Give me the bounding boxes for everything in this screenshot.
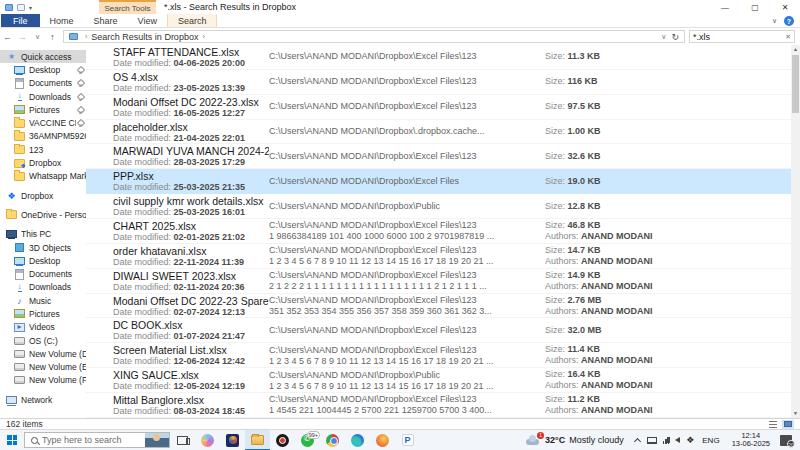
- file-row[interactable]: OS 4.xlsx Date modified: 23-05-2025 13:3…: [86, 70, 800, 95]
- details-view-button[interactable]: [767, 420, 779, 429]
- firefox-button[interactable]: [370, 430, 395, 450]
- file-row[interactable]: Modani Offset DC 2022-23.xlsx Date modif…: [86, 95, 800, 120]
- file-name: Screen Material List.xlsx: [113, 344, 269, 356]
- sidebar-item[interactable]: Whatsapp Marketin: [0, 170, 86, 183]
- help-icon[interactable]: ?: [784, 16, 794, 26]
- sidebar-item[interactable]: This PC: [0, 228, 86, 241]
- taskbar-search[interactable]: Type here to search: [24, 432, 170, 448]
- file-row[interactable]: MARWADI YUVA MANCH 2024-2025.xlsx Date m…: [86, 144, 800, 169]
- tray-expand-icon[interactable]: [634, 437, 641, 444]
- forward-icon[interactable]: →: [15, 32, 30, 42]
- battery-icon[interactable]: [647, 437, 657, 444]
- qat-customize-icon[interactable]: ▾: [29, 4, 32, 11]
- ribbon-tab[interactable]: Search: [167, 14, 218, 27]
- scrollbar-thumb[interactable]: [792, 55, 799, 113]
- sidebar-item[interactable]: Desktop: [0, 254, 86, 267]
- sidebar-item[interactable]: OS (C:): [0, 334, 86, 347]
- whatsapp-button[interactable]: 99+: [295, 430, 320, 450]
- back-icon[interactable]: ←: [0, 32, 15, 42]
- status-bar: 162 items: [0, 418, 800, 429]
- scroll-up-icon[interactable]: ▲: [791, 45, 800, 54]
- file-row[interactable]: DC BOOK.xlsx Date modified: 01-07-2024 2…: [86, 318, 800, 343]
- file-row[interactable]: placeholder.xlsx Date modified: 21-04-20…: [86, 120, 800, 145]
- file-name: Modani Offset DC 2022-23 Spare.xlsx: [113, 295, 269, 307]
- minimize-button[interactable]: —: [710, 0, 740, 14]
- weather-widget[interactable]: 1 32°C Mostly cloudy: [520, 435, 630, 445]
- search-input[interactable]: [693, 32, 785, 42]
- taskbar-clock[interactable]: 12:14 13-06-2025: [728, 432, 774, 449]
- start-button[interactable]: [0, 430, 24, 450]
- file-row[interactable]: order khatavani.xlsx Date modified: 22-1…: [86, 244, 800, 269]
- qat-properties-icon[interactable]: [17, 4, 25, 11]
- sidebar-item[interactable]: Desktop: [0, 63, 86, 76]
- file-row[interactable]: Modani Offset DC 2022-23 Spare.xlsx Date…: [86, 294, 800, 319]
- action-center-icon[interactable]: 20: [780, 435, 792, 446]
- sidebar-item[interactable]: 123: [0, 143, 86, 156]
- sidebar-item[interactable]: Quick access: [0, 50, 86, 63]
- sidebar-item[interactable]: New Volume (E:): [0, 361, 86, 374]
- ribbon-tab[interactable]: View: [128, 14, 167, 27]
- file-row[interactable]: civil supply kmr work details.xlsx Date …: [86, 194, 800, 219]
- sidebar-item[interactable]: Documents: [0, 77, 86, 90]
- sidebar-item-icon: [6, 210, 17, 220]
- file-row[interactable]: CHART 2025.xlsx Date modified: 02-01-202…: [86, 219, 800, 244]
- refresh-icon[interactable]: ↻: [671, 32, 679, 42]
- media-app-button[interactable]: [220, 430, 245, 450]
- sidebar-item[interactable]: New Volume (F:): [0, 374, 86, 387]
- quick-access-toolbar[interactable]: ▾: [0, 4, 99, 11]
- file-row[interactable]: XING SAUCE.xlsx Date modified: 12-05-202…: [86, 368, 800, 393]
- sidebar-item-label: Downloads: [29, 92, 76, 102]
- edge-button[interactable]: [345, 430, 370, 450]
- ribbon-tab[interactable]: Share: [84, 14, 128, 27]
- sidebar-item[interactable]: Dropbox: [0, 156, 86, 169]
- language-indicator[interactable]: ENG: [700, 436, 721, 445]
- sidebar-item[interactable]: Documents: [0, 267, 86, 280]
- sidebar-item[interactable]: Pictures: [0, 307, 86, 320]
- ribbon-tab[interactable]: Home: [40, 14, 84, 27]
- size-value: 12.8 KB: [568, 201, 601, 211]
- file-row[interactable]: Screen Material List.xlsx Date modified:…: [86, 343, 800, 368]
- news-person-image[interactable]: [145, 432, 169, 448]
- file-row[interactable]: PPP.xlsx Date modified: 25-03-2025 21:35…: [86, 169, 800, 194]
- breadcrumb-segment[interactable]: Search Results in Dropbox: [91, 32, 198, 42]
- dropbox-tray-icon[interactable]: [686, 435, 694, 445]
- sidebar-item[interactable]: 36AMNPM5926G1Z: [0, 130, 86, 143]
- taskbar: Type here to search 99+ P 1 32°C Mostly …: [0, 429, 800, 450]
- breadcrumb[interactable]: › Search Results in Dropbox › ∨ ↻: [63, 30, 685, 43]
- size-label: Size:: [545, 369, 565, 379]
- sidebar-item[interactable]: Videos: [0, 321, 86, 334]
- ribbon-tab[interactable]: File: [1, 14, 40, 27]
- authors-label: Authors:: [545, 306, 579, 316]
- up-icon[interactable]: ↑: [45, 32, 60, 42]
- vertical-scrollbar[interactable]: ▲ ▼: [791, 45, 800, 418]
- clear-search-icon[interactable]: ✕: [785, 33, 791, 41]
- task-view-button[interactable]: [170, 430, 195, 450]
- sidebar-item[interactable]: 3D Objects: [0, 241, 86, 254]
- file-row[interactable]: DIWALI SWEET 2023.xlsx Date modified: 02…: [86, 269, 800, 294]
- sidebar-item[interactable]: Dropbox: [0, 189, 86, 202]
- close-button[interactable]: ✕: [770, 0, 800, 14]
- file-row[interactable]: STAFF ATTENDANCE.xlsx Date modified: 04-…: [86, 45, 800, 70]
- camera-app-button[interactable]: [270, 430, 295, 450]
- p-app-button[interactable]: P: [395, 430, 420, 450]
- volume-icon[interactable]: [675, 437, 680, 443]
- recent-locations-icon[interactable]: ∨: [30, 33, 45, 41]
- address-dropdown-icon[interactable]: ∨: [661, 33, 666, 41]
- sidebar-item[interactable]: VACCINE CERTIFI: [0, 116, 86, 129]
- file-explorer-button[interactable]: [245, 430, 270, 450]
- copilot-button[interactable]: [195, 430, 220, 450]
- sidebar-item[interactable]: Pictures: [0, 103, 86, 116]
- thumbnail-view-button[interactable]: [782, 420, 794, 429]
- sidebar-item[interactable]: Downloads: [0, 281, 86, 294]
- chrome-button[interactable]: [320, 430, 345, 450]
- sidebar-item[interactable]: Network: [0, 393, 86, 406]
- sidebar-item[interactable]: Downloads: [0, 90, 86, 103]
- ribbon-collapse-icon[interactable]: ∨: [772, 17, 777, 25]
- sidebar-item[interactable]: Music: [0, 294, 86, 307]
- maximize-button[interactable]: ▢: [740, 0, 770, 14]
- file-row[interactable]: Mittal Banglore.xlsx Date modified: 08-0…: [86, 393, 800, 418]
- sidebar-item[interactable]: New Volume (D:): [0, 347, 86, 360]
- scroll-down-icon[interactable]: ▼: [791, 409, 800, 418]
- whatsapp-badge: 99+: [307, 431, 320, 439]
- sidebar-item[interactable]: OneDrive - Personal: [0, 208, 86, 221]
